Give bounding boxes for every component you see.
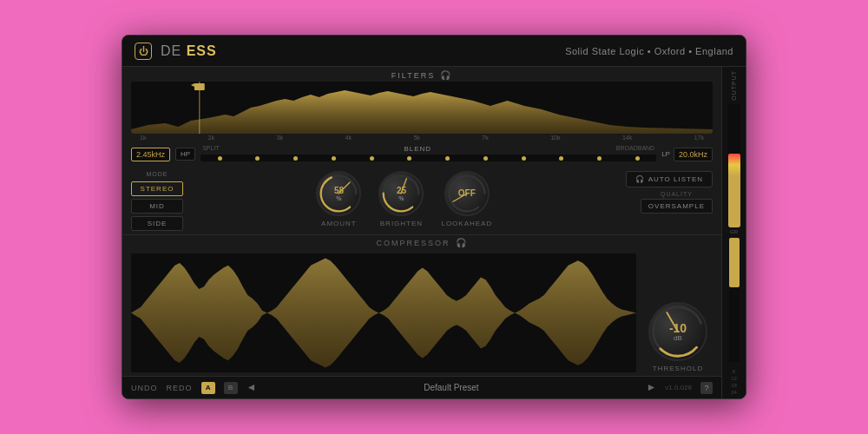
- knobs-group: 58% AMOUNT: [192, 171, 617, 231]
- auto-listen-button[interactable]: 🎧 AUTO LISTEN: [626, 171, 713, 187]
- lp-display: LP 20.0kHz: [661, 148, 713, 161]
- freq-10k: 10k: [550, 135, 560, 141]
- amount-label: AMOUNT: [321, 220, 357, 227]
- filter-bar: 2.45kHz HP SPLIT BLEND BROADBAND: [122, 141, 721, 168]
- freq-1k: 1k: [140, 135, 146, 141]
- brighten-label: BRIGHTEN: [380, 220, 423, 227]
- hp-freq-display[interactable]: 2.45kHz: [131, 148, 170, 161]
- amount-knob-container: 58% AMOUNT: [316, 171, 361, 227]
- quality-group: QUALITY OVERSAMPLE: [641, 191, 713, 214]
- ab-button-b[interactable]: B: [224, 382, 238, 394]
- blend-dot-6: [407, 156, 411, 161]
- header: ⏻ DE ESS Solid State Logic • Oxford • En…: [122, 36, 746, 67]
- gr-tick-3: 18: [731, 383, 737, 388]
- freq-14k: 14k: [622, 135, 632, 141]
- oversample-button[interactable]: OVERSAMPLE: [641, 199, 713, 214]
- gr-tick-4: 24: [731, 390, 737, 395]
- lp-type-label: LP: [661, 150, 670, 158]
- nav-next-button[interactable]: ►: [646, 381, 656, 394]
- blend-dot-10: [559, 156, 563, 161]
- brighten-knob-container: 25% BRIGHTEN: [378, 171, 424, 227]
- blend-dot-4: [332, 156, 336, 161]
- blend-row: SPLIT BLEND BROADBAND: [201, 145, 656, 163]
- blend-dot-7: [445, 156, 450, 161]
- plugin-window: ⏻ DE ESS Solid State Logic • Oxford • En…: [122, 35, 746, 399]
- output-meter: [728, 104, 740, 228]
- quality-label: QUALITY: [661, 191, 693, 197]
- brighten-knob[interactable]: 25%: [378, 171, 424, 216]
- freq-17k: 17k: [694, 135, 704, 141]
- header-left: ⏻ DE ESS: [135, 43, 217, 60]
- svg-rect-2: [194, 83, 205, 90]
- right-panel: OUTPUT GR 6 12 18 24: [721, 67, 746, 398]
- blend-dot-3: [293, 156, 298, 161]
- blend-dot-8: [483, 156, 488, 161]
- preset-name[interactable]: Default Preset: [265, 383, 637, 392]
- freq-5k: 5k: [413, 135, 419, 141]
- power-button[interactable]: ⏻: [135, 43, 152, 60]
- compressor-label: COMPRESSOR 🎧: [122, 234, 721, 250]
- amount-knob[interactable]: 58%: [316, 171, 361, 216]
- blend-labels: SPLIT BLEND BROADBAND: [201, 145, 656, 153]
- svg-line-11: [453, 194, 467, 201]
- waveform-svg: [131, 253, 636, 372]
- freq-4k: 4k: [345, 135, 352, 141]
- freq-3k: 3k: [277, 135, 283, 141]
- lookahead-knob-arc: [446, 173, 488, 214]
- filters-text: FILTERS: [391, 71, 435, 80]
- threshold-knob-area: -10 dB THRESHOLD: [643, 253, 713, 372]
- blend-dot-1: [218, 156, 222, 161]
- controls-section: MODE STEREO MID SIDE: [122, 168, 721, 234]
- threshold-arc-svg: [650, 304, 706, 359]
- left-panel: FILTERS 🎧: [122, 67, 721, 398]
- mode-stereo-button[interactable]: STEREO: [131, 181, 183, 196]
- nav-prev-button[interactable]: ◄: [247, 381, 257, 394]
- freq-7k: 7k: [482, 135, 488, 141]
- blend-label: BLEND: [404, 145, 431, 153]
- right-buttons: 🎧 AUTO LISTEN QUALITY OVERSAMPLE: [626, 171, 713, 214]
- svg-line-9: [401, 179, 406, 194]
- amount-knob-arc: [318, 173, 359, 214]
- blend-dot-2: [255, 156, 260, 161]
- lookahead-knob-container: OFF LOOKAHEAD: [441, 171, 492, 227]
- output-meter-fill: [728, 154, 740, 228]
- redo-button[interactable]: REDO: [167, 384, 193, 392]
- brighten-knob-arc: [380, 173, 422, 214]
- blend-dot-11: [597, 156, 602, 161]
- lp-freq-display[interactable]: 20.0kHz: [674, 148, 713, 161]
- threshold-knob[interactable]: -10 dB: [648, 302, 707, 361]
- spectrum-svg: [131, 82, 713, 134]
- broadband-label: BROADBAND: [616, 145, 654, 153]
- mode-side-button[interactable]: SIDE: [131, 216, 183, 231]
- blend-dots: [201, 155, 656, 161]
- headphones-icon: 🎧: [440, 70, 452, 80]
- headphones-icon: 🎧: [635, 175, 645, 183]
- blend-slider[interactable]: [201, 155, 656, 161]
- gr-meter-fill: [729, 238, 740, 287]
- undo-button[interactable]: UNDO: [131, 384, 158, 392]
- ab-button-a[interactable]: A: [201, 382, 215, 394]
- lookahead-knob[interactable]: OFF: [444, 171, 490, 216]
- spectrum-display: [131, 82, 713, 134]
- split-label: SPLIT: [202, 145, 219, 153]
- blend-dot-12: [635, 156, 640, 161]
- hp-type-button[interactable]: HP: [175, 148, 195, 161]
- gr-label: GR: [730, 229, 738, 234]
- title-suffix: ESS: [187, 43, 217, 58]
- waveform-display: [131, 253, 636, 372]
- blend-dot-5: [370, 156, 374, 161]
- gr-tick-2: 12: [731, 376, 737, 381]
- filter-section: FILTERS 🎧: [122, 67, 721, 168]
- filters-label: FILTERS 🎧: [122, 67, 721, 82]
- version-text: v1.0.028: [665, 384, 692, 391]
- gr-ticks: 6 12 18 24: [731, 369, 737, 395]
- mode-mid-button[interactable]: MID: [131, 199, 183, 214]
- svg-line-6: [339, 182, 350, 194]
- title-prefix: DE: [161, 43, 187, 58]
- svg-line-15: [667, 312, 678, 332]
- gr-tick-1: 6: [731, 369, 737, 374]
- help-button[interactable]: ?: [700, 382, 713, 394]
- freq-labels: 1k 2k 3k 4k 5k 7k 10k 14k 17k: [131, 135, 713, 141]
- output-label: OUTPUT: [731, 70, 737, 101]
- blend-dot-9: [522, 156, 526, 161]
